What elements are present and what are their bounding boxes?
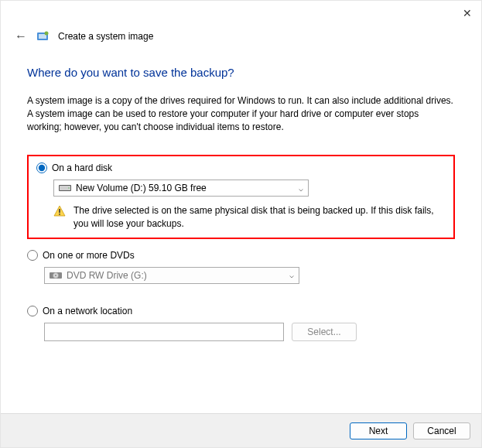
radio-network[interactable]: [27, 306, 38, 316]
option-hard-disk-label: On a hard disk: [52, 162, 112, 173]
app-title: Create a system image: [58, 31, 153, 42]
svg-rect-6: [59, 209, 60, 213]
svg-rect-7: [59, 214, 60, 215]
chevron-down-icon: ⌵: [289, 271, 294, 279]
hard-disk-drive-value: New Volume (D:) 59.10 GB free: [76, 183, 207, 193]
page-heading: Where do you want to save the backup?: [27, 66, 455, 79]
app-icon: [36, 30, 49, 43]
dvd-drive-dropdown[interactable]: DVD RW Drive (G:) ⌵: [44, 267, 299, 284]
svg-point-10: [55, 275, 56, 276]
page-description: A system image is a copy of the drives r…: [27, 94, 455, 133]
radio-hard-disk[interactable]: [36, 162, 47, 173]
warning-icon: [53, 205, 66, 217]
dvd-drive-value: DVD RW Drive (G:): [67, 270, 147, 281]
radio-dvd[interactable]: [27, 250, 38, 261]
option-dvd-label: On one or more DVDs: [43, 250, 135, 261]
option-network[interactable]: On a network location: [27, 306, 455, 316]
next-button[interactable]: Next: [350, 422, 407, 439]
dvd-drive-icon: [50, 271, 62, 280]
option-hard-disk[interactable]: On a hard disk: [36, 162, 446, 173]
chevron-down-icon: ⌵: [299, 184, 303, 193]
option-dvd[interactable]: On one or more DVDs: [27, 250, 455, 261]
close-icon[interactable]: ✕: [463, 7, 472, 19]
hard-disk-section-highlight: On a hard disk New Volume (D:) 59.10 GB …: [27, 155, 455, 238]
select-network-button: Select...: [292, 323, 357, 341]
hard-disk-warning-text: The drive selected is on the same physic…: [73, 204, 446, 229]
option-network-label: On a network location: [43, 306, 132, 316]
svg-point-2: [45, 32, 49, 36]
hard-drive-icon: [59, 184, 71, 192]
hard-disk-drive-dropdown[interactable]: New Volume (D:) 59.10 GB free ⌵: [53, 180, 309, 197]
back-arrow-icon[interactable]: ←: [15, 29, 27, 43]
network-path-input[interactable]: [44, 323, 284, 341]
cancel-button[interactable]: Cancel: [413, 422, 470, 439]
svg-point-5: [68, 188, 70, 190]
